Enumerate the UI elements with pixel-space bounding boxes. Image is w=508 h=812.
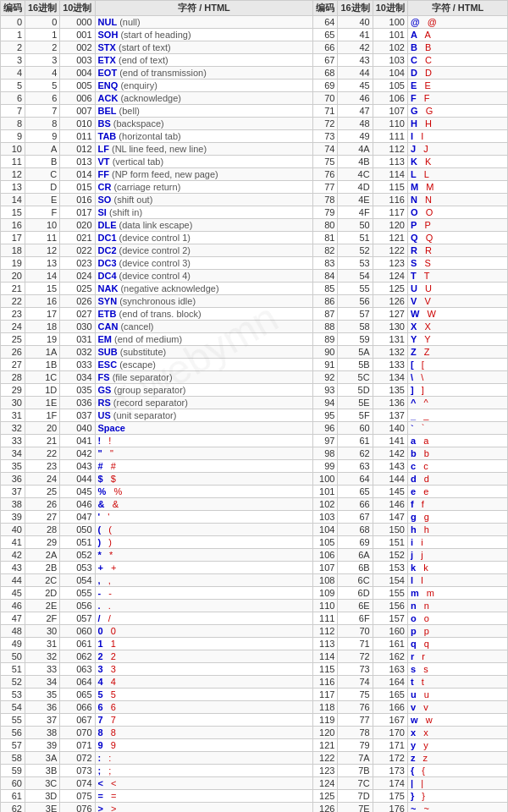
right-dec: 110 [313, 600, 338, 612]
right-oct: 120 [373, 219, 407, 232]
left-dec: 19 [1, 257, 25, 270]
right-hex: 5A [338, 346, 373, 359]
table-row: 55 37 067 7 7 119 77 167 w w [1, 714, 508, 727]
right-dec: 76 [313, 168, 338, 181]
left-char: SYN (synchronous idle) [95, 295, 313, 308]
right-oct: 134 [373, 371, 407, 384]
right-dec: 79 [313, 206, 338, 219]
right-hex: 71 [338, 638, 373, 650]
right-oct: 103 [373, 54, 407, 67]
right-hex: 48 [338, 118, 373, 130]
left-oct: 021 [60, 232, 95, 244]
left-hex: 3A [25, 752, 60, 765]
right-oct: 161 [373, 638, 407, 650]
right-oct: 156 [373, 600, 407, 612]
right-dec: 91 [313, 359, 338, 371]
left-dec: 48 [1, 625, 25, 638]
right-oct: 170 [373, 727, 407, 739]
left-dec: 37 [1, 486, 25, 498]
left-oct: 034 [60, 371, 95, 384]
right-oct: 117 [373, 206, 407, 219]
left-char: 0 0 [95, 625, 313, 638]
left-oct: 074 [60, 777, 95, 790]
left-oct: 033 [60, 359, 95, 371]
left-oct: 003 [60, 54, 95, 67]
left-dec: 25 [1, 333, 25, 346]
left-char: EM (end of medium) [95, 333, 313, 346]
left-oct: 045 [60, 486, 95, 498]
right-dec: 75 [313, 156, 338, 168]
left-hex: 24 [25, 473, 60, 486]
right-dec: 113 [313, 638, 338, 650]
right-oct: 101 [373, 29, 407, 41]
right-oct: 116 [373, 194, 407, 206]
left-dec: 24 [1, 321, 25, 333]
ascii-table: 编码 16进制 10进制 字符 / HTML 编码 16进制 10进制 字符 /… [0, 0, 508, 812]
left-dec: 43 [1, 562, 25, 574]
header-left-hex: 16进制 [25, 1, 60, 16]
left-hex: 26 [25, 498, 60, 511]
left-char: DLE (data link escape) [95, 219, 313, 232]
left-hex: 10 [25, 219, 60, 232]
left-dec: 41 [1, 536, 25, 549]
left-char: DC3 (device control 3) [95, 257, 313, 270]
table-row: 47 2F 057 / / 111 6F 157 o o [1, 612, 508, 625]
right-char: E E [407, 80, 507, 92]
left-char: > > [95, 803, 313, 813]
right-char: [ [ [407, 359, 507, 371]
table-row: 20 14 024 DC4 (device control 4) 84 54 1… [1, 270, 508, 283]
table-row: 58 3A 072 : : 122 7A 172 z z [1, 752, 508, 765]
right-char: Y Y [407, 333, 507, 346]
left-oct: 015 [60, 181, 95, 194]
left-hex: 3 [25, 54, 60, 67]
left-char: NUL (null) [95, 16, 313, 29]
header-left-oct: 10进制 [60, 1, 95, 16]
right-oct: 162 [373, 650, 407, 663]
left-hex: 20 [25, 422, 60, 435]
left-hex: 1C [25, 371, 60, 384]
table-row: 28 1C 034 FS (file separator) 92 5C 134 … [1, 371, 508, 384]
left-dec: 39 [1, 511, 25, 524]
right-oct: 173 [373, 765, 407, 777]
right-oct: 174 [373, 777, 407, 790]
right-char: x x [407, 727, 507, 739]
right-dec: 85 [313, 283, 338, 295]
right-char: ` ` [407, 422, 507, 435]
left-dec: 1 [1, 29, 25, 41]
right-oct: 110 [373, 118, 407, 130]
left-oct: 047 [60, 511, 95, 524]
left-hex: 19 [25, 333, 60, 346]
left-oct: 061 [60, 638, 95, 650]
right-hex: 67 [338, 511, 373, 524]
right-char: U U [407, 283, 507, 295]
right-oct: 165 [373, 689, 407, 701]
left-hex: 2D [25, 587, 60, 600]
right-char: ~ ~ [407, 803, 507, 813]
right-char: \ \ [407, 371, 507, 384]
table-row: 29 1D 035 GS (group separator) 93 5D 135… [1, 384, 508, 397]
left-hex: C [25, 168, 60, 181]
left-oct: 006 [60, 92, 95, 105]
table-row: 21 15 025 NAK (negative acknowledge) 85 … [1, 283, 508, 295]
right-dec: 83 [313, 257, 338, 270]
table-row: 35 23 043 # # 99 63 143 c c [1, 460, 508, 473]
left-hex: 2E [25, 600, 60, 612]
left-hex: 0 [25, 16, 60, 29]
right-char: T T [407, 270, 507, 283]
left-char: VT (vertical tab) [95, 156, 313, 168]
right-char: y y [407, 739, 507, 752]
right-dec: 118 [313, 701, 338, 714]
header-right-hex: 16进制 [338, 1, 373, 16]
left-oct: 071 [60, 739, 95, 752]
left-char: ENQ (enquiry) [95, 80, 313, 92]
right-dec: 105 [313, 536, 338, 549]
left-hex: 38 [25, 727, 60, 739]
right-hex: 52 [338, 244, 373, 257]
right-dec: 68 [313, 67, 338, 80]
right-hex: 75 [338, 689, 373, 701]
left-oct: 062 [60, 650, 95, 663]
left-dec: 55 [1, 714, 25, 727]
right-oct: 152 [373, 549, 407, 562]
right-hex: 41 [338, 29, 373, 41]
right-oct: 140 [373, 422, 407, 435]
